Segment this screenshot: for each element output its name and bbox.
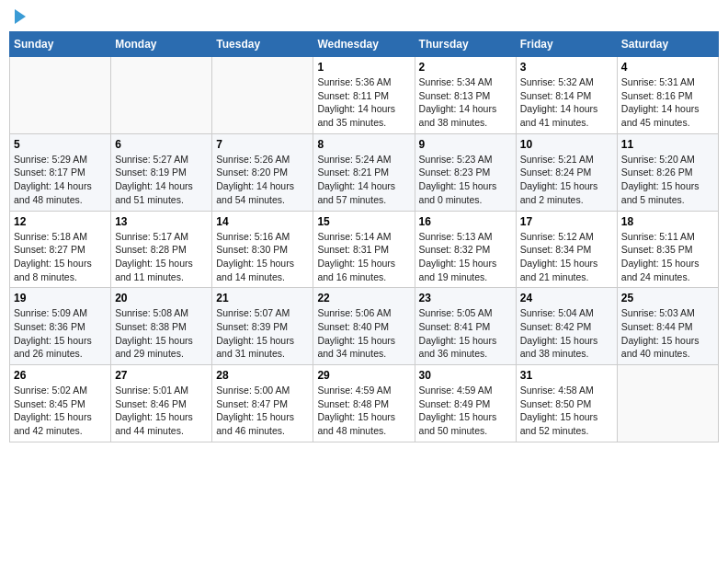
calendar-cell: 8Sunrise: 5:24 AMSunset: 8:21 PMDaylight… [313,133,415,211]
day-info: Sunrise: 5:07 AMSunset: 8:39 PMDaylight:… [216,306,309,361]
calendar-cell: 2Sunrise: 5:34 AMSunset: 8:13 PMDaylight… [415,57,516,134]
calendar-cell: 20Sunrise: 5:08 AMSunset: 8:38 PMDayligh… [111,288,212,365]
calendar-cell: 21Sunrise: 5:07 AMSunset: 8:39 PMDayligh… [212,288,313,365]
day-number: 2 [419,61,512,74]
day-info: Sunrise: 5:31 AMSunset: 8:16 PMDaylight:… [621,75,714,130]
day-info: Sunrise: 5:02 AMSunset: 8:45 PMDaylight:… [14,384,107,438]
day-number: 1 [317,61,410,74]
week-row-4: 26Sunrise: 5:02 AMSunset: 8:45 PMDayligh… [10,365,719,442]
calendar-cell: 11Sunrise: 5:20 AMSunset: 8:26 PMDayligh… [617,133,718,211]
calendar-cell: 15Sunrise: 5:14 AMSunset: 8:31 PMDayligh… [313,211,415,288]
day-number: 20 [115,292,208,304]
calendar-cell: 19Sunrise: 5:09 AMSunset: 8:36 PMDayligh… [10,288,111,365]
day-info: Sunrise: 5:00 AMSunset: 8:47 PMDaylight:… [216,384,309,438]
day-number: 18 [621,215,714,228]
day-info: Sunrise: 4:59 AMSunset: 8:48 PMDaylight:… [317,384,410,438]
calendar-cell: 9Sunrise: 5:23 AMSunset: 8:23 PMDaylight… [415,133,516,211]
calendar-cell [212,57,313,134]
calendar-cell: 23Sunrise: 5:05 AMSunset: 8:41 PMDayligh… [415,288,516,365]
day-info: Sunrise: 5:26 AMSunset: 8:20 PMDaylight:… [216,153,309,207]
day-info: Sunrise: 5:04 AMSunset: 8:42 PMDaylight:… [520,306,613,361]
calendar-cell: 14Sunrise: 5:16 AMSunset: 8:30 PMDayligh… [212,211,313,288]
day-info: Sunrise: 5:21 AMSunset: 8:24 PMDaylight:… [520,153,613,207]
calendar-cell: 3Sunrise: 5:32 AMSunset: 8:14 PMDaylight… [516,57,617,134]
calendar-cell: 10Sunrise: 5:21 AMSunset: 8:24 PMDayligh… [516,133,617,211]
weekday-header-row: SundayMondayTuesdayWednesdayThursdayFrid… [10,32,719,57]
calendar-cell: 12Sunrise: 5:18 AMSunset: 8:27 PMDayligh… [10,211,111,288]
day-info: Sunrise: 5:32 AMSunset: 8:14 PMDaylight:… [520,75,613,130]
week-row-0: 1Sunrise: 5:36 AMSunset: 8:11 PMDaylight… [10,57,719,134]
calendar-cell: 7Sunrise: 5:26 AMSunset: 8:20 PMDaylight… [212,133,313,211]
day-info: Sunrise: 5:11 AMSunset: 8:35 PMDaylight:… [621,230,714,284]
day-info: Sunrise: 5:01 AMSunset: 8:46 PMDaylight:… [115,384,208,438]
day-info: Sunrise: 5:08 AMSunset: 8:38 PMDaylight:… [115,306,208,361]
page-header [9,9,719,24]
calendar-cell: 13Sunrise: 5:17 AMSunset: 8:28 PMDayligh… [111,211,212,288]
day-info: Sunrise: 5:05 AMSunset: 8:41 PMDaylight:… [419,306,512,361]
calendar-cell: 22Sunrise: 5:06 AMSunset: 8:40 PMDayligh… [313,288,415,365]
day-info: Sunrise: 5:12 AMSunset: 8:34 PMDaylight:… [520,230,613,284]
day-number: 8 [317,138,410,151]
day-info: Sunrise: 5:06 AMSunset: 8:40 PMDaylight:… [317,306,410,361]
day-number: 23 [419,292,512,304]
day-number: 22 [317,292,410,304]
day-number: 21 [216,292,309,304]
day-number: 17 [520,215,613,228]
calendar-cell: 17Sunrise: 5:12 AMSunset: 8:34 PMDayligh… [516,211,617,288]
logo [13,9,26,24]
day-number: 15 [317,215,410,228]
day-number: 29 [317,369,410,382]
day-number: 4 [621,61,714,74]
day-info: Sunrise: 5:27 AMSunset: 8:19 PMDaylight:… [115,153,208,207]
day-number: 28 [216,369,309,382]
day-number: 31 [520,369,613,382]
calendar-cell: 18Sunrise: 5:11 AMSunset: 8:35 PMDayligh… [617,211,718,288]
calendar-cell: 29Sunrise: 4:59 AMSunset: 8:48 PMDayligh… [313,365,415,442]
day-info: Sunrise: 5:13 AMSunset: 8:32 PMDaylight:… [419,230,512,284]
day-number: 7 [216,138,309,151]
day-info: Sunrise: 5:34 AMSunset: 8:13 PMDaylight:… [419,75,512,130]
calendar-cell: 25Sunrise: 5:03 AMSunset: 8:44 PMDayligh… [617,288,718,365]
day-info: Sunrise: 5:29 AMSunset: 8:17 PMDaylight:… [14,153,107,207]
calendar-cell [617,365,718,442]
day-info: Sunrise: 4:59 AMSunset: 8:49 PMDaylight:… [419,384,512,438]
calendar-cell: 26Sunrise: 5:02 AMSunset: 8:45 PMDayligh… [10,365,111,442]
day-number: 13 [115,215,208,228]
day-info: Sunrise: 5:24 AMSunset: 8:21 PMDaylight:… [317,153,410,207]
calendar-cell: 1Sunrise: 5:36 AMSunset: 8:11 PMDaylight… [313,57,415,134]
calendar-cell [111,57,212,134]
day-number: 24 [520,292,613,304]
calendar-cell: 30Sunrise: 4:59 AMSunset: 8:49 PMDayligh… [415,365,516,442]
day-info: Sunrise: 5:17 AMSunset: 8:28 PMDaylight:… [115,230,208,284]
day-info: Sunrise: 5:09 AMSunset: 8:36 PMDaylight:… [14,306,107,361]
day-info: Sunrise: 4:58 AMSunset: 8:50 PMDaylight:… [520,384,613,438]
day-number: 16 [419,215,512,228]
logo-arrow-icon [15,9,26,24]
day-number: 12 [14,215,107,228]
day-number: 11 [621,138,714,151]
day-number: 19 [14,292,107,304]
weekday-header-monday: Monday [111,32,212,57]
calendar-cell: 6Sunrise: 5:27 AMSunset: 8:19 PMDaylight… [111,133,212,211]
weekday-header-friday: Friday [516,32,617,57]
calendar-cell: 24Sunrise: 5:04 AMSunset: 8:42 PMDayligh… [516,288,617,365]
day-number: 30 [419,369,512,382]
day-info: Sunrise: 5:23 AMSunset: 8:23 PMDaylight:… [419,153,512,207]
day-number: 27 [115,369,208,382]
day-number: 5 [14,138,107,151]
day-number: 14 [216,215,309,228]
week-row-1: 5Sunrise: 5:29 AMSunset: 8:17 PMDaylight… [10,133,719,211]
calendar-cell: 4Sunrise: 5:31 AMSunset: 8:16 PMDaylight… [617,57,718,134]
day-info: Sunrise: 5:16 AMSunset: 8:30 PMDaylight:… [216,230,309,284]
day-info: Sunrise: 5:18 AMSunset: 8:27 PMDaylight:… [14,230,107,284]
calendar-cell: 5Sunrise: 5:29 AMSunset: 8:17 PMDaylight… [10,133,111,211]
week-row-2: 12Sunrise: 5:18 AMSunset: 8:27 PMDayligh… [10,211,719,288]
weekday-header-sunday: Sunday [10,32,111,57]
day-number: 9 [419,138,512,151]
day-number: 26 [14,369,107,382]
weekday-header-saturday: Saturday [617,32,718,57]
calendar-cell: 16Sunrise: 5:13 AMSunset: 8:32 PMDayligh… [415,211,516,288]
day-info: Sunrise: 5:36 AMSunset: 8:11 PMDaylight:… [317,75,410,130]
week-row-3: 19Sunrise: 5:09 AMSunset: 8:36 PMDayligh… [10,288,719,365]
weekday-header-tuesday: Tuesday [212,32,313,57]
